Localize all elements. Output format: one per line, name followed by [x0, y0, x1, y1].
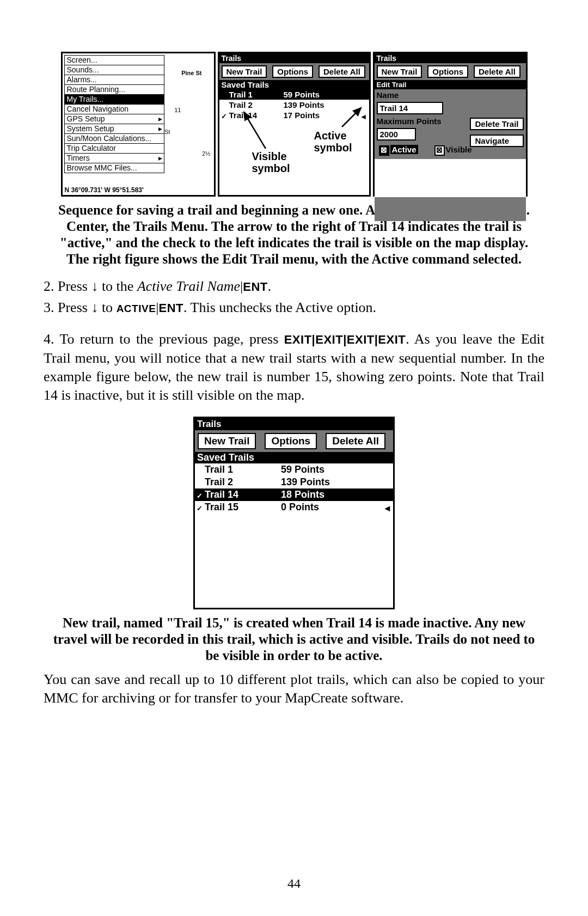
- trail-points: 59 Points: [281, 463, 393, 476]
- trail-points: 139 Points: [284, 100, 369, 110]
- map-label-pine: Pine St: [181, 70, 201, 76]
- trail-name: Trail 1: [205, 463, 281, 476]
- submenu-arrow-icon: ▸: [158, 114, 162, 124]
- trail-row[interactable]: Trail 159 Points: [195, 463, 393, 476]
- trail-points: 59 Points: [284, 89, 369, 100]
- menu-item[interactable]: Screen...: [65, 56, 164, 65]
- button-bar: New Trail Options Delete All: [375, 63, 526, 80]
- figure-row-top: Pine St 11 St 2½ N 36°09.731' W 95°51.58…: [44, 52, 544, 197]
- visible-check-icon: ✓: [197, 490, 203, 502]
- trail-row[interactable]: Trail 159 Points: [219, 89, 369, 100]
- active-symbol-label: Activesymbol: [313, 130, 353, 154]
- button-bar: New Trail Options Delete All: [219, 63, 369, 80]
- trails-list: Trail 159 PointsTrail 2139 Points✓Trail …: [195, 463, 393, 514]
- visible-check-icon: ✓: [197, 502, 203, 515]
- trail-row[interactable]: ✓Trail 150 Points◂: [195, 501, 393, 514]
- device-trails-menu: Trails New Trail Options Delete All Save…: [218, 52, 371, 197]
- menu-item[interactable]: Sun/Moon Calculations...: [65, 134, 164, 144]
- map-label-num: 11: [174, 107, 181, 113]
- new-trail-button[interactable]: New Trail: [377, 65, 422, 78]
- trail-row[interactable]: ✓Trail 1417 Points◂: [219, 110, 369, 120]
- delete-trail-button[interactable]: Delete Trail: [470, 118, 523, 130]
- submenu-arrow-icon: ▸: [158, 124, 162, 133]
- device-edit-trail: Trails New Trail Options Delete All Edit…: [373, 52, 528, 197]
- menu-item[interactable]: Route Planning...: [65, 85, 164, 95]
- menu-item[interactable]: Browse MMC Files...: [65, 163, 164, 173]
- device-menu-screen: Pine St 11 St 2½ N 36°09.731' W 95°51.58…: [61, 52, 216, 197]
- trail-name: Trail 14: [205, 488, 281, 501]
- menu-item[interactable]: System Setup▸: [65, 124, 164, 134]
- trail-name: Trail 1: [229, 89, 284, 100]
- final-paragraph: You can save and recall up to 10 differe…: [44, 670, 544, 707]
- delete-all-button[interactable]: Delete All: [326, 433, 385, 449]
- menu-item[interactable]: Sounds...: [65, 65, 164, 75]
- map-label-st: St: [164, 129, 170, 135]
- map-coordinates: N 36°09.731' W 95°51.583': [65, 186, 144, 194]
- trail-row[interactable]: ✓Trail 1418 Points: [195, 488, 393, 501]
- active-arrow-icon: ◂: [385, 502, 390, 515]
- panel-title: Trails: [219, 53, 369, 63]
- trail-points: 0 Points: [281, 501, 393, 514]
- active-arrow-icon: ◂: [362, 111, 366, 121]
- menu-item[interactable]: GPS Setup▸: [65, 114, 164, 124]
- page-number: 44: [0, 876, 588, 891]
- visible-check-icon: ✓: [221, 111, 227, 121]
- name-field[interactable]: Trail 14: [377, 102, 443, 114]
- delete-all-button[interactable]: Delete All: [474, 65, 520, 78]
- visible-checkbox[interactable]: ⊠Visible: [434, 145, 472, 156]
- trail-row[interactable]: Trail 2139 Points: [219, 100, 369, 110]
- menu-item[interactable]: Alarms...: [65, 75, 164, 85]
- step-4: 4. To return to the previous page, press…: [44, 330, 544, 405]
- options-button[interactable]: Options: [265, 433, 317, 449]
- active-checkbox[interactable]: ⊠Active: [379, 145, 418, 156]
- figure-caption-2: New trail, named "Trail 15," is created …: [49, 615, 539, 664]
- edit-trail-header: Edit Trail: [375, 80, 526, 89]
- options-button[interactable]: Options: [272, 65, 313, 78]
- saved-trails-header: Saved Trails: [195, 452, 393, 463]
- trail-name: Trail 14: [229, 110, 284, 120]
- submenu-arrow-icon: ▸: [158, 154, 162, 163]
- new-trail-button[interactable]: New Trail: [198, 433, 256, 449]
- step-3: 3. Press ↓ to ACTIVE|ENT. This unchecks …: [44, 298, 544, 318]
- options-button[interactable]: Options: [427, 65, 468, 78]
- menu-item[interactable]: Cancel Navigation: [65, 105, 164, 114]
- menu-item[interactable]: Trip Calculator: [65, 144, 164, 154]
- step-2: 2. Press ↓ to the Active Trail Name|ENT.: [44, 277, 544, 296]
- menu-item[interactable]: My Trails...: [65, 95, 164, 105]
- trail-points: 17 Points: [284, 110, 369, 120]
- trail-name: Trail 15: [205, 501, 281, 514]
- panel-title: Trails: [375, 53, 526, 63]
- name-label: Name: [375, 89, 526, 101]
- main-menu-list: Screen...Sounds...Alarms...Route Plannin…: [64, 55, 164, 173]
- saved-trails-header: Saved Trails: [219, 80, 369, 89]
- menu-item[interactable]: Timers▸: [65, 154, 164, 163]
- trails-list: Trail 159 PointsTrail 2139 Points✓Trail …: [219, 89, 369, 120]
- new-trail-button[interactable]: New Trail: [222, 65, 267, 78]
- trail-name: Trail 2: [229, 100, 284, 110]
- trail-points: 18 Points: [281, 488, 393, 501]
- panel-title: Trails: [195, 418, 393, 430]
- navigate-button[interactable]: Navigate: [470, 135, 523, 147]
- max-points-field[interactable]: 2000: [377, 128, 416, 141]
- device-trails-menu-after: Trails New Trail Options Delete All Save…: [193, 417, 395, 609]
- trail-points: 139 Points: [281, 476, 393, 488]
- map-label-two: 2½: [202, 150, 210, 157]
- button-bar: New Trail Options Delete All: [195, 430, 393, 452]
- trail-name: Trail 2: [205, 476, 281, 488]
- visible-symbol-label: Visiblesymbol: [251, 150, 291, 174]
- delete-all-button[interactable]: Delete All: [318, 65, 365, 78]
- trail-row[interactable]: Trail 2139 Points: [195, 476, 393, 488]
